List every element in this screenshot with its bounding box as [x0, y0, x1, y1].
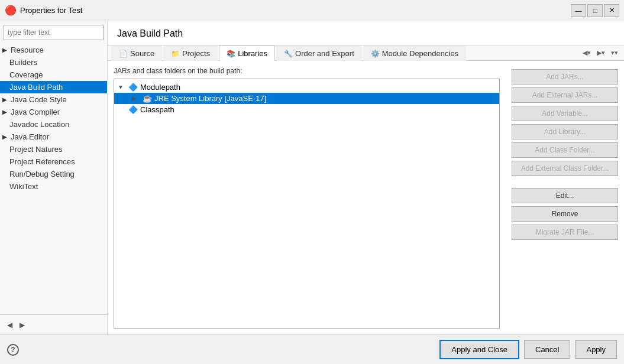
- sidebar-item[interactable]: Javadoc Location: [0, 118, 107, 131]
- sidebar-bottom: ◀ ▶: [0, 314, 107, 334]
- panel-header: Java Build Path: [108, 21, 624, 46]
- window-title: Properties for Test: [20, 6, 571, 15]
- minimize-button[interactable]: —: [571, 4, 586, 17]
- expand-arrow-icon: ▶: [2, 109, 7, 115]
- main-content: ▶ResourceBuildersCoverageJava Build Path…: [0, 21, 624, 334]
- tree-node-label: Modulepath: [140, 83, 180, 92]
- tab-nav-forward[interactable]: ▶▾: [594, 48, 607, 58]
- expand-arrow-icon: ▶: [2, 47, 7, 53]
- scroll-right-icon[interactable]: ▶: [17, 320, 27, 330]
- bottom-right: Apply and Close Cancel Apply: [439, 340, 617, 359]
- sidebar-item[interactable]: Builders: [0, 56, 107, 69]
- tab-icon: 📄: [119, 50, 128, 58]
- action-panel: Add JARs...Add External JARs...Add Varia…: [506, 61, 624, 334]
- tree-item[interactable]: 🔷Classpath: [114, 104, 499, 115]
- action-btn-add-external-jars-: Add External JARs...: [512, 87, 618, 103]
- action-btn-add-external-class-folder-: Add External Class Folder...: [512, 161, 618, 176]
- window-controls: — □ ✕: [571, 4, 619, 17]
- sidebar-item[interactable]: Coverage: [0, 69, 107, 81]
- apply-button[interactable]: Apply: [575, 340, 617, 359]
- sidebar-item-label: Resource: [11, 46, 44, 54]
- help-button[interactable]: ?: [7, 344, 19, 356]
- bottom-left: ?: [7, 344, 19, 356]
- action-spacer: [512, 179, 618, 185]
- scroll-buttons: ◀ ▶: [5, 320, 27, 330]
- sidebar-item-label: Builders: [9, 58, 37, 67]
- expand-arrow-icon: ▶: [2, 134, 7, 140]
- right-panel: Java Build Path 📄Source📁Projects📚Librari…: [108, 21, 624, 334]
- action-btn-add-library-: Add Library...: [512, 124, 618, 139]
- tab-icon: 📁: [171, 50, 180, 58]
- action-btn-add-class-folder-: Add Class Folder...: [512, 142, 618, 158]
- tab-source[interactable]: 📄Source: [111, 46, 162, 61]
- tree-container[interactable]: ▼🔷Modulepath▶☕JRE System Library [JavaSE…: [114, 79, 500, 329]
- tree-node-icon: ☕: [143, 94, 152, 103]
- sidebar-item[interactable]: Project Natures: [0, 143, 107, 155]
- tab-order-and-export[interactable]: 🔧Order and Export: [276, 46, 362, 61]
- tree-item[interactable]: ▶☕JRE System Library [JavaSE-17]: [114, 93, 499, 104]
- action-btn-migrate-jar-file-: Migrate JAR File...: [512, 225, 618, 240]
- sidebar: ▶ResourceBuildersCoverageJava Build Path…: [0, 21, 108, 334]
- expand-arrow-icon: ▶: [2, 96, 7, 103]
- tab-nav-back[interactable]: ◀▾: [580, 48, 593, 58]
- tab-label: Source: [130, 49, 154, 58]
- tab-label: Order and Export: [295, 49, 354, 58]
- tab-label: Libraries: [238, 49, 267, 58]
- action-btn-add-jars-: Add JARs...: [512, 69, 618, 84]
- panel-body: JARs and class folders on the build path…: [108, 61, 624, 334]
- tree-node-label: JRE System Library [JavaSE-17]: [154, 94, 266, 103]
- tab-nav: ◀▾ ▶▾ ▾▾: [580, 48, 620, 58]
- tab-label: Projects: [182, 49, 210, 58]
- tab-libraries[interactable]: 📚Libraries: [219, 46, 275, 61]
- sidebar-item[interactable]: ▶Java Code Style: [0, 93, 107, 106]
- tab-bar: 📄Source📁Projects📚Libraries🔧Order and Exp…: [108, 46, 624, 61]
- action-btn-edit-[interactable]: Edit...: [512, 188, 618, 203]
- tree-node-icon: 🔷: [128, 83, 138, 92]
- cancel-button[interactable]: Cancel: [524, 340, 570, 359]
- tree-expand-icon: ▶: [132, 95, 140, 102]
- sidebar-item-label: Java Build Path: [9, 83, 63, 92]
- sidebar-item-label: Java Compiler: [11, 108, 60, 116]
- tree-section: JARs and class folders on the build path…: [108, 61, 506, 334]
- filter-input[interactable]: [4, 25, 104, 40]
- tab-nav-menu[interactable]: ▾▾: [609, 48, 620, 58]
- tab-icon: ⚙️: [371, 50, 380, 58]
- tree-node-label: Classpath: [140, 105, 174, 114]
- tree-expand-icon: ▼: [118, 84, 126, 90]
- tree-node-icon: 🔷: [128, 105, 138, 114]
- tab-icon: 🔧: [284, 50, 293, 58]
- sidebar-item[interactable]: ▶Resource: [0, 44, 107, 56]
- tab-projects[interactable]: 📁Projects: [163, 46, 218, 61]
- sidebar-item-label: Project Natures: [9, 145, 63, 154]
- tab-module-dependencies[interactable]: ⚙️Module Dependencies: [363, 46, 466, 61]
- tree-item[interactable]: ▼🔷Modulepath: [114, 82, 499, 93]
- tab-icon: 📚: [227, 50, 235, 58]
- sidebar-item[interactable]: Project References: [0, 155, 107, 168]
- sidebar-item-label: Coverage: [9, 70, 43, 79]
- sidebar-item[interactable]: Java Build Path: [0, 81, 107, 93]
- sidebar-item-label: Java Editor: [11, 132, 49, 141]
- sidebar-item[interactable]: WikiText: [0, 180, 107, 193]
- tree-label: JARs and class folders on the build path…: [114, 67, 500, 75]
- sidebar-item[interactable]: ▶Java Compiler: [0, 106, 107, 118]
- close-button[interactable]: ✕: [604, 4, 619, 17]
- sidebar-item-label: Project References: [9, 157, 75, 166]
- sidebar-item-label: Java Code Style: [11, 95, 67, 104]
- sidebar-item-label: Run/Debug Setting: [9, 170, 75, 178]
- title-bar: 🔴 Properties for Test — □ ✕: [0, 0, 624, 21]
- bottom-bar: ? Apply and Close Cancel Apply: [0, 334, 624, 364]
- action-btn-add-variable-: Add Variable...: [512, 106, 618, 121]
- apply-and-close-button[interactable]: Apply and Close: [439, 340, 519, 359]
- app-icon: 🔴: [5, 5, 17, 16]
- scroll-left-icon[interactable]: ◀: [5, 320, 15, 330]
- sidebar-item[interactable]: ▶Java Editor: [0, 131, 107, 143]
- sidebar-item-label: Javadoc Location: [9, 120, 69, 129]
- maximize-button[interactable]: □: [587, 4, 603, 17]
- action-btn-remove[interactable]: Remove: [512, 206, 618, 222]
- sidebar-item[interactable]: Run/Debug Setting: [0, 168, 107, 180]
- sidebar-scroll: ▶ResourceBuildersCoverageJava Build Path…: [0, 44, 107, 314]
- tab-label: Module Dependencies: [382, 49, 458, 58]
- sidebar-item-label: WikiText: [9, 182, 38, 191]
